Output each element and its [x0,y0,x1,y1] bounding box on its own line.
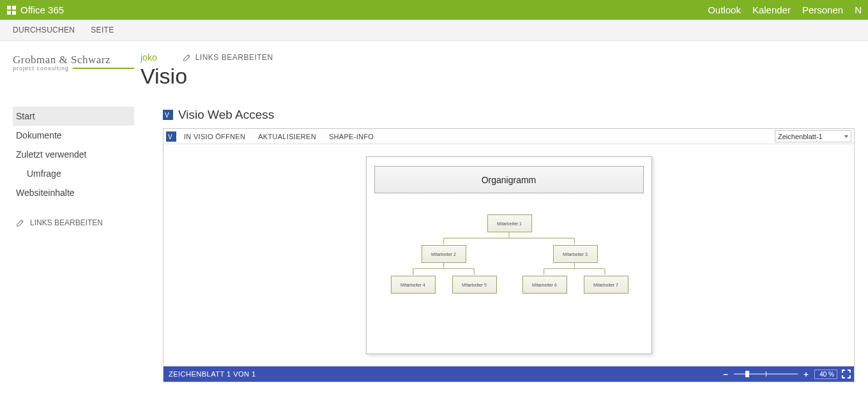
zoom-out-button[interactable]: − [721,370,730,378]
org-node-5[interactable]: Mitarbeiter 5 [452,276,497,294]
ribbon-tab-browse[interactable]: DURCHSUCHEN [13,26,75,34]
sidebar-item-documents[interactable]: Dokumente [13,126,134,145]
page-title: Visio [141,64,868,89]
pencil-icon [16,218,25,227]
suite-nav-kalender[interactable]: Kalender [752,4,791,15]
content-area: joko LINKS BEARBEITEN Visio V Visio Web … [141,41,868,382]
ribbon-tabs: DURCHSUCHEN SEITE [0,20,868,41]
org-node-6[interactable]: Mitarbeiter 6 [522,276,567,294]
vwa-drawing-page: Organigramm [366,156,652,354]
site-logo-line1: Grobman & Schwarz [13,54,134,66]
vwa-zoom-controls: − + 40 % [721,369,851,379]
breadcrumb-row: joko LINKS BEARBEITEN [141,52,868,63]
office365-label: Office 365 [20,4,64,15]
vwa-sheet-select-value: Zeichenblatt-1 [778,133,823,140]
vwa-shape-info-button[interactable]: SHAPE-INFO [323,133,380,140]
breadcrumb-edit-links-label: LINKS BEARBEITEN [195,53,273,62]
svg-rect-1 [12,6,16,10]
org-node-7[interactable]: Mitarbeiter 7 [584,276,628,294]
side-nav: Start Dokumente Zuletzt verwendet Umfrag… [13,107,134,232]
sidebar-item-contents[interactable]: Websiteinhalte [13,183,134,202]
org-node-3[interactable]: Mitarbeiter 3 [553,245,598,263]
sidebar-edit-links[interactable]: LINKS BEARBEITEN [13,214,134,232]
svg-rect-3 [12,11,16,15]
suite-nav-personen[interactable]: Personen [802,4,843,15]
breadcrumb-edit-links[interactable]: LINKS BEARBEITEN [183,53,273,62]
visio-icon: V [166,131,176,142]
sidebar-item-survey[interactable]: Umfrage [13,164,134,183]
pencil-icon [183,53,192,62]
sidebar-item-recent[interactable]: Zuletzt verwendet [13,145,134,164]
zoom-in-button[interactable]: + [802,370,811,378]
suite-nav-more[interactable]: N [855,4,862,15]
visio-web-access: V IN VISIO ÖFFNEN AKTUALISIEREN SHAPE-IN… [163,128,855,382]
org-node-1[interactable]: Mitarbeiter 1 [487,214,532,232]
office365-logo[interactable]: Office 365 [6,4,64,15]
vwa-status-bar: ZEICHENBLATT 1 VON 1 − + 40 % [164,366,854,382]
vwa-toolbar: V IN VISIO ÖFFNEN AKTUALISIEREN SHAPE-IN… [164,129,854,144]
webpart-title: Visio Web Access [178,108,274,122]
vwa-canvas[interactable]: Organigramm [164,144,854,366]
svg-rect-2 [7,11,11,15]
svg-rect-0 [7,6,11,10]
office-icon [6,5,17,15]
webpart-title-row: V Visio Web Access [141,108,868,122]
ribbon-tab-page[interactable]: SEITE [91,26,114,34]
suite-bar: Office 365 Outlook Kalender Personen N [0,0,868,20]
svg-text:V: V [165,112,169,119]
visio-icon: V [163,110,173,120]
zoom-slider-thumb[interactable] [745,371,749,377]
fullscreen-icon[interactable] [841,369,851,379]
org-node-2[interactable]: Mitarbeiter 2 [422,245,466,263]
vwa-sheet-select[interactable]: Zeichenblatt-1 [775,130,851,142]
svg-text:V: V [168,133,172,140]
suite-nav-outlook[interactable]: Outlook [708,4,741,15]
org-node-4[interactable]: Mitarbeiter 4 [391,276,436,294]
breadcrumb-site[interactable]: joko [141,52,157,63]
org-connectors [367,157,651,354]
vwa-sheet-info: ZEICHENBLATT 1 VON 1 [169,370,256,378]
site-logo[interactable]: Grobman & Schwarz project consulting [13,54,134,71]
sidebar-edit-links-label: LINKS BEARBEITEN [30,218,103,227]
sidebar-item-start[interactable]: Start [13,107,134,126]
suite-nav: Outlook Kalender Personen N [708,4,862,15]
zoom-percent[interactable]: 40 % [814,370,837,379]
zoom-slider[interactable] [734,373,798,375]
vwa-refresh-button[interactable]: AKTUALISIEREN [252,133,323,140]
vwa-open-in-visio-button[interactable]: IN VISIO ÖFFNEN [178,133,252,140]
left-column: Grobman & Schwarz project consulting Sta… [0,41,141,382]
